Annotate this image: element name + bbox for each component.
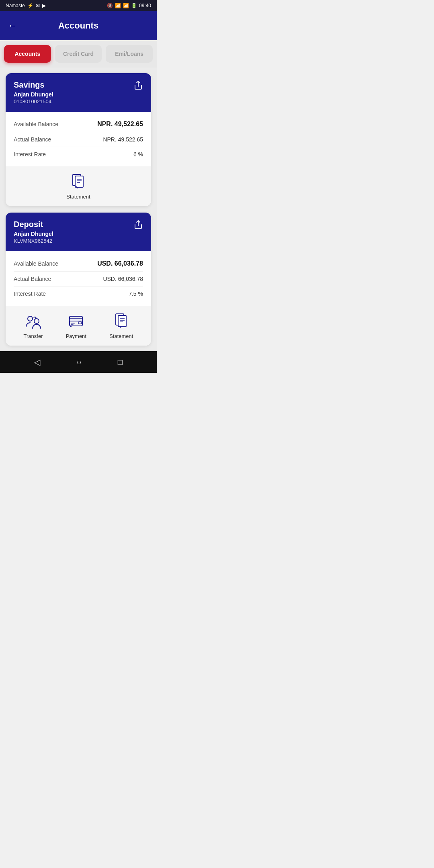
savings-available-balance-row: Available Balance NPR. 49,522.65 [14,118,143,130]
tab-credit-card[interactable]: Credit Card [55,45,102,63]
deposit-payment-button[interactable]: Payment [66,312,86,339]
savings-account-card: Savings Anjan Dhungel 0108010021504 Avai… [6,73,151,206]
deposit-statement-label: Statement [109,333,133,339]
savings-available-balance-value: NPR. 49,522.65 [97,121,143,128]
savings-card-header: Savings Anjan Dhungel 0108010021504 [6,73,151,112]
tab-emi-loans[interactable]: Emi/Loans [106,45,153,63]
deposit-card-type: Deposit [14,220,53,229]
deposit-available-balance-value: USD. 66,036.78 [97,260,143,267]
mail-icon: ✉ [36,3,40,8]
deposit-statement-button[interactable]: Statement [109,312,133,339]
nav-home-button[interactable]: ○ [73,354,84,370]
deposit-account-card: Deposit Anjan Dhungel KLVMNX962542 Avail… [6,213,151,346]
svg-rect-14 [78,322,82,324]
payment-label: Payment [66,333,86,339]
status-app-info: Namaste ⚡ ✉ ▶ [6,3,46,8]
deposit-interest-rate-row: Interest Rate 7.5 % [14,288,143,299]
app-name: Namaste [6,3,25,8]
header: ← Accounts [0,11,157,40]
signal-icon: 📶 [123,3,129,8]
deposit-available-balance-row: Available Balance USD. 66,036.78 [14,258,143,270]
nav-recents-button[interactable]: □ [115,354,126,370]
tab-bar: Accounts Credit Card Emi/Loans [0,40,157,68]
deposit-actual-balance-row: Actual Balance USD. 66,036.78 [14,273,143,285]
savings-actual-balance-value: NPR. 49,522.65 [103,136,143,143]
savings-card-number: 0108010021504 [14,98,53,104]
deposit-available-label: Available Balance [14,260,58,267]
divider4 [14,286,143,287]
tab-accounts[interactable]: Accounts [4,45,51,63]
deposit-share-button[interactable] [133,220,143,229]
deposit-interest-rate-value: 7.5 % [129,291,143,297]
deposit-statement-icon [113,312,130,330]
deposit-card-header: Deposit Anjan Dhungel KLVMNX962542 [6,213,151,251]
actual-balance-label: Actual Balance [14,136,51,143]
mute-icon: 🔇 [107,3,113,8]
deposit-actual-balance-value: USD. 66,036.78 [103,276,143,282]
deposit-transfer-button[interactable]: Transfer [24,312,43,339]
savings-interest-rate-row: Interest Rate 6 % [14,149,143,160]
deposit-balance-section: Available Balance USD. 66,036.78 Actual … [6,251,151,306]
divider [14,132,143,132]
navigation-bar: ◁ ○ □ [0,351,157,373]
svg-rect-11 [70,319,82,321]
battery-icon: 🔋 [131,3,137,8]
savings-card-info: Savings Anjan Dhungel 0108010021504 [14,80,53,104]
transfer-icon [25,312,42,330]
deposit-interest-label: Interest Rate [14,291,46,297]
savings-interest-rate-value: 6 % [133,151,143,158]
transfer-label: Transfer [24,333,43,339]
payment-icon [67,312,85,330]
main-content: Savings Anjan Dhungel 0108010021504 Avai… [0,68,157,351]
nav-back-button[interactable]: ◁ [31,354,43,370]
page-title: Accounts [23,20,133,31]
cast-icon: ▶ [42,3,46,8]
svg-point-7 [28,316,33,321]
savings-statement-label: Statement [66,194,90,200]
deposit-actions: Transfer Payment [6,306,151,346]
available-balance-label: Available Balance [14,121,58,127]
svg-rect-2 [75,176,83,187]
deposit-card-name: Anjan Dhungel [14,231,53,237]
back-button[interactable]: ← [8,20,17,31]
savings-statement-button[interactable]: Statement [66,173,90,200]
divider3 [14,271,143,272]
time-display: 09:40 [139,3,151,8]
deposit-actual-label: Actual Balance [14,276,51,282]
savings-share-button[interactable] [133,80,143,90]
wifi-icon: 📶 [115,3,121,8]
savings-card-type: Savings [14,80,53,90]
deposit-card-number: KLVMNX962542 [14,238,53,244]
savings-balance-section: Available Balance NPR. 49,522.65 Actual … [6,112,151,166]
status-system-info: 🔇 📶 📶 🔋 09:40 [107,3,151,8]
svg-rect-16 [118,315,126,327]
savings-card-name: Anjan Dhungel [14,91,53,98]
interest-rate-label: Interest Rate [14,151,46,158]
savings-actions: Statement [6,166,151,206]
savings-actual-balance-row: Actual Balance NPR. 49,522.65 [14,134,143,145]
statement-icon [70,173,87,190]
deposit-card-info: Deposit Anjan Dhungel KLVMNX962542 [14,220,53,244]
status-bar: Namaste ⚡ ✉ ▶ 🔇 📶 📶 🔋 09:40 [0,0,157,11]
usb-icon: ⚡ [27,3,33,8]
svg-point-8 [34,319,39,323]
divider2 [14,147,143,147]
